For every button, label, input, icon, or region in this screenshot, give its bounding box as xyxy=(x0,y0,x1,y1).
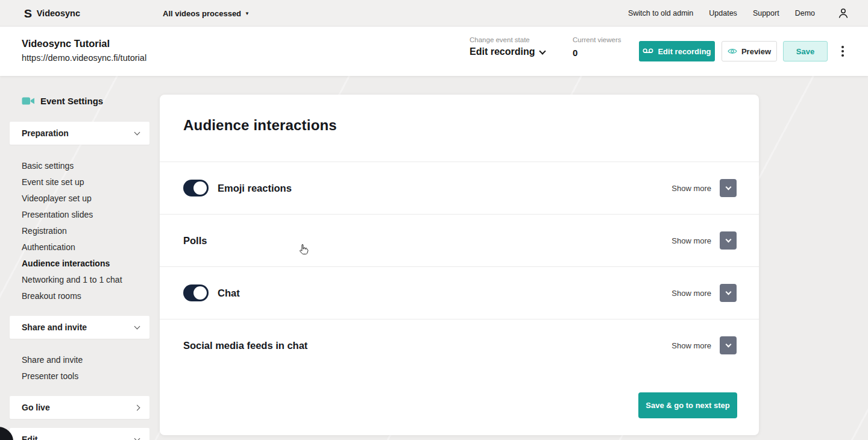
row-polls: Polls Show more xyxy=(160,214,759,266)
save-label: Save xyxy=(796,47,814,56)
section-go-live-label: Go live xyxy=(22,403,50,412)
chevron-down-icon xyxy=(725,184,731,190)
preview-label: Preview xyxy=(741,47,771,56)
row-label: Emoji reactions xyxy=(218,183,292,194)
video-camera-icon xyxy=(22,96,35,105)
event-header: Videosync Tutorial https://demo.videosyn… xyxy=(0,27,868,76)
chevron-down-icon xyxy=(725,289,731,295)
chevron-down-icon xyxy=(539,48,546,54)
expand-row-button[interactable] xyxy=(720,284,737,302)
nav-demo[interactable]: Demo xyxy=(795,9,815,17)
section-preparation-label: Preparation xyxy=(22,128,69,138)
show-more-link[interactable]: Show more xyxy=(671,289,711,298)
sidebar-item-audience-interactions[interactable]: Audience interactions xyxy=(22,256,149,272)
sidebar-item-presentation-slides[interactable]: Presentation slides xyxy=(22,207,149,223)
audience-interactions-panel: Audience interactions Emoji reactions Sh… xyxy=(160,95,759,435)
sidebar-item-basic-settings[interactable]: Basic settings xyxy=(22,158,149,174)
sidebar-item-networking-1to1-chat[interactable]: Networking and 1 to 1 chat xyxy=(22,272,149,288)
event-state-block: Change event state Edit recording xyxy=(470,36,545,57)
user-account-icon[interactable] xyxy=(837,7,849,22)
section-edit-label: Edit xyxy=(22,435,37,440)
event-state-label: Change event state xyxy=(470,36,545,43)
nav-switch-old-admin[interactable]: Switch to old admin xyxy=(628,9,693,17)
edit-recording-button[interactable]: Edit recording xyxy=(639,41,715,61)
expand-row-button[interactable] xyxy=(720,336,737,354)
event-title: Videosync Tutorial xyxy=(22,38,110,49)
current-viewers-count: 0 xyxy=(573,48,621,58)
sidebar-item-event-site-setup[interactable]: Event site set up xyxy=(22,174,149,190)
show-more-link[interactable]: Show more xyxy=(671,341,711,350)
settings-rows: Emoji reactions Show more Polls Show mor… xyxy=(160,162,759,371)
current-viewers-block: Current viewers 0 xyxy=(573,36,621,58)
eye-icon xyxy=(728,48,737,55)
sidebar-item-videoplayer-setup[interactable]: Videoplayer set up xyxy=(22,190,149,207)
recording-icon xyxy=(643,48,653,55)
expand-row-button[interactable] xyxy=(720,231,737,250)
emoji-reactions-toggle[interactable] xyxy=(183,180,209,196)
event-url[interactable]: https://demo.videosync.fi/tutorial xyxy=(22,53,146,63)
current-viewers-label: Current viewers xyxy=(573,36,621,43)
section-go-live[interactable]: Go live xyxy=(10,396,149,419)
section-share-and-invite-label: Share and invite xyxy=(22,322,87,332)
brand-name: Videosync xyxy=(37,8,80,18)
event-state-value: Edit recording xyxy=(470,46,535,57)
sidebar-item-registration[interactable]: Registration xyxy=(22,223,149,239)
chevron-down-icon xyxy=(134,130,140,136)
share-items: Share and invite Presenter tools xyxy=(22,352,149,385)
top-nav: Switch to old admin Updates Support Demo xyxy=(628,0,815,27)
edit-recording-label: Edit recording xyxy=(658,47,711,56)
sidebar-item-breakout-rooms[interactable]: Breakout rooms xyxy=(22,288,149,304)
videosync-logo-icon: S xyxy=(24,8,32,19)
videos-status-dropdown[interactable]: All videos processed ▼ xyxy=(163,0,250,27)
save-button[interactable]: Save xyxy=(783,41,828,61)
event-state-select[interactable]: Edit recording xyxy=(470,46,545,57)
brand[interactable]: S Videosync xyxy=(24,0,80,27)
sidebar-title: Event Settings xyxy=(40,96,103,106)
chevron-right-icon xyxy=(134,404,140,410)
preview-button[interactable]: Preview xyxy=(722,41,777,61)
row-emoji-reactions: Emoji reactions Show more xyxy=(160,162,759,214)
chat-toggle[interactable] xyxy=(183,284,209,301)
show-more-link[interactable]: Show more xyxy=(671,184,711,193)
sidebar-item-share-and-invite[interactable]: Share and invite xyxy=(22,352,149,368)
event-settings-header: Event Settings xyxy=(22,96,103,106)
more-options-kebab-menu[interactable] xyxy=(838,45,848,58)
row-label: Social media feeds in chat xyxy=(183,340,307,351)
chevron-down-icon xyxy=(134,324,140,330)
row-label: Chat xyxy=(218,288,240,299)
chevron-down-icon xyxy=(725,237,731,243)
expand-row-button[interactable] xyxy=(720,179,737,197)
section-edit[interactable]: Edit xyxy=(10,428,149,440)
section-preparation[interactable]: Preparation xyxy=(10,122,149,145)
chevron-down-icon xyxy=(725,342,731,348)
chevron-down-icon xyxy=(134,436,140,440)
show-more-link[interactable]: Show more xyxy=(671,236,711,245)
page-title: Audience interactions xyxy=(183,117,337,134)
row-social-media-feeds: Social media feeds in chat Show more xyxy=(160,319,759,371)
preparation-items: Basic settings Event site set up Videopl… xyxy=(22,158,149,304)
section-share-and-invite[interactable]: Share and invite xyxy=(10,316,149,339)
nav-support[interactable]: Support xyxy=(753,9,779,17)
caret-down-icon: ▼ xyxy=(245,11,250,16)
sidebar-item-presenter-tools[interactable]: Presenter tools xyxy=(22,368,149,385)
save-and-next-step-button[interactable]: Save & go to next step xyxy=(638,392,737,418)
row-label: Polls xyxy=(183,235,207,247)
row-chat: Chat Show more xyxy=(160,266,759,319)
videos-status-label: All videos processed xyxy=(163,9,241,18)
sidebar-item-authentication[interactable]: Authentication xyxy=(22,239,149,256)
nav-updates[interactable]: Updates xyxy=(709,9,737,17)
top-bar: S Videosync All videos processed ▼ Switc… xyxy=(0,0,868,27)
sidebar: Event Settings Preparation Basic setting… xyxy=(10,76,149,440)
